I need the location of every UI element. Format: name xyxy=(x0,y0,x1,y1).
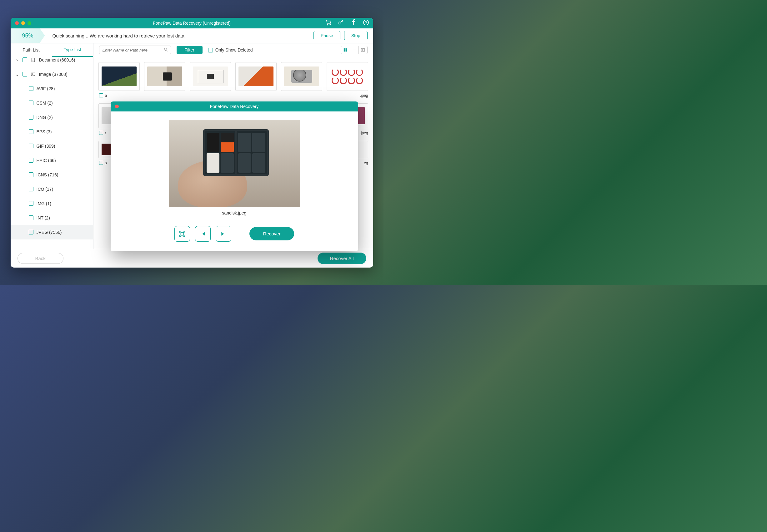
checkbox[interactable] xyxy=(99,93,103,97)
svg-rect-9 xyxy=(344,48,345,50)
tab-path-list[interactable]: Path List xyxy=(11,43,52,57)
checkbox[interactable] xyxy=(29,158,33,163)
tree-node-image[interactable]: ⌄ Image (37008) xyxy=(11,67,93,81)
grid-item[interactable] xyxy=(144,62,185,98)
checkbox[interactable] xyxy=(29,115,33,120)
grid-item[interactable] xyxy=(190,62,231,98)
back-button[interactable]: Back xyxy=(17,253,63,264)
svg-point-1 xyxy=(330,24,331,25)
main-window: FonePaw Data Recovery (Unregistered) 95%… xyxy=(11,18,373,268)
preview-filename: sandisk.jpeg xyxy=(222,210,247,215)
checkbox[interactable] xyxy=(29,144,33,148)
chevron-right-icon[interactable]: › xyxy=(15,57,19,62)
toolbar: Filter Only Show Deleted xyxy=(93,43,373,57)
tree-item-dng[interactable]: DNG (2) xyxy=(11,110,93,125)
checkbox[interactable] xyxy=(99,161,103,165)
grid-item[interactable] xyxy=(235,62,277,98)
tree-item-jpeg[interactable]: JPEG (7556) xyxy=(11,225,93,239)
detail-view-icon[interactable] xyxy=(359,46,367,54)
tree-item-gif[interactable]: GIF (399) xyxy=(11,139,93,153)
next-icon[interactable] xyxy=(216,226,231,242)
svg-rect-15 xyxy=(180,232,183,235)
tree-item-ico[interactable]: ICO (17) xyxy=(11,182,93,196)
image-icon xyxy=(30,71,36,77)
view-mode-toggle xyxy=(341,46,368,54)
checkbox[interactable] xyxy=(29,201,33,206)
list-view-icon[interactable] xyxy=(350,46,359,54)
svg-point-0 xyxy=(327,24,328,25)
svg-point-4 xyxy=(366,24,366,24)
grid-item[interactable]: a xyxy=(98,62,140,98)
svg-rect-11 xyxy=(344,50,345,52)
key-icon[interactable] xyxy=(338,19,344,27)
checkbox[interactable] xyxy=(29,187,33,191)
grid-item[interactable] xyxy=(281,62,322,98)
checkbox[interactable] xyxy=(29,172,33,177)
only-show-deleted-toggle[interactable]: Only Show Deleted xyxy=(208,47,253,52)
tree-node-document[interactable]: › Document (68016) xyxy=(11,57,93,67)
checkbox[interactable] xyxy=(29,101,33,105)
facebook-icon[interactable] xyxy=(350,19,357,27)
checkbox[interactable] xyxy=(22,72,27,76)
preview-window: FonePaw Data Recovery sandisk.jpeg Recov… xyxy=(111,101,358,251)
checkbox[interactable] xyxy=(29,86,33,91)
svg-rect-10 xyxy=(345,48,347,50)
tree-item-csm[interactable]: CSM (2) xyxy=(11,96,93,110)
checkbox[interactable] xyxy=(29,230,33,234)
document-icon xyxy=(30,57,36,63)
tab-type-list[interactable]: Type List xyxy=(52,43,93,57)
svg-point-7 xyxy=(32,73,33,74)
tree-item-avif[interactable]: AVIF (28) xyxy=(11,81,93,96)
search-input[interactable] xyxy=(99,46,171,54)
preview-titlebar: FonePaw Data Recovery xyxy=(111,101,358,111)
svg-rect-12 xyxy=(345,50,347,52)
footer: Back Recover All xyxy=(11,249,373,268)
grid-view-icon[interactable] xyxy=(341,46,350,54)
svg-rect-13 xyxy=(361,48,363,51)
recover-button[interactable]: Recover xyxy=(250,227,295,240)
checkbox[interactable] xyxy=(29,215,33,220)
tree-item-img[interactable]: IMG (1) xyxy=(11,196,93,211)
checkbox[interactable] xyxy=(99,131,103,135)
previous-icon[interactable] xyxy=(195,226,211,242)
tree-item-heic[interactable]: HEIC (66) xyxy=(11,153,93,168)
chevron-down-icon[interactable]: ⌄ xyxy=(15,72,19,77)
tree-item-eps[interactable]: EPS (3) xyxy=(11,125,93,139)
search-icon[interactable] xyxy=(163,47,168,53)
search-input-wrap xyxy=(99,46,171,54)
help-icon[interactable] xyxy=(363,19,369,27)
sidebar: Path List Type List › Document (68016) ⌄… xyxy=(11,43,93,249)
recover-all-button[interactable]: Recover All xyxy=(318,253,366,264)
file-type-tree: › Document (68016) ⌄ Image (37008) AVIF … xyxy=(11,57,93,249)
svg-point-8 xyxy=(164,48,166,51)
checkbox[interactable] xyxy=(208,48,213,52)
scan-status-bar: 95% Quick scanning... We are working har… xyxy=(11,28,373,43)
titlebar: FonePaw Data Recovery (Unregistered) xyxy=(11,18,373,28)
svg-rect-14 xyxy=(363,48,365,51)
grid-item[interactable]: .jpeg xyxy=(327,62,368,98)
preview-title: FonePaw Data Recovery xyxy=(111,104,358,109)
scan-percent: 95% xyxy=(11,28,45,43)
tree-item-int[interactable]: INT (2) xyxy=(11,211,93,225)
stop-button[interactable]: Stop xyxy=(344,31,368,40)
window-title: FonePaw Data Recovery (Unregistered) xyxy=(11,21,373,26)
filter-button[interactable]: Filter xyxy=(176,46,203,54)
checkbox[interactable] xyxy=(29,129,33,134)
cart-icon[interactable] xyxy=(325,19,332,27)
tree-item-icns[interactable]: ICNS (716) xyxy=(11,168,93,182)
checkbox[interactable] xyxy=(22,57,27,62)
svg-point-2 xyxy=(339,22,341,24)
preview-image xyxy=(169,120,300,207)
pause-button[interactable]: Pause xyxy=(314,31,340,40)
fullscreen-icon[interactable] xyxy=(174,226,190,242)
scan-status-text: Quick scanning... We are working hard to… xyxy=(45,33,314,38)
